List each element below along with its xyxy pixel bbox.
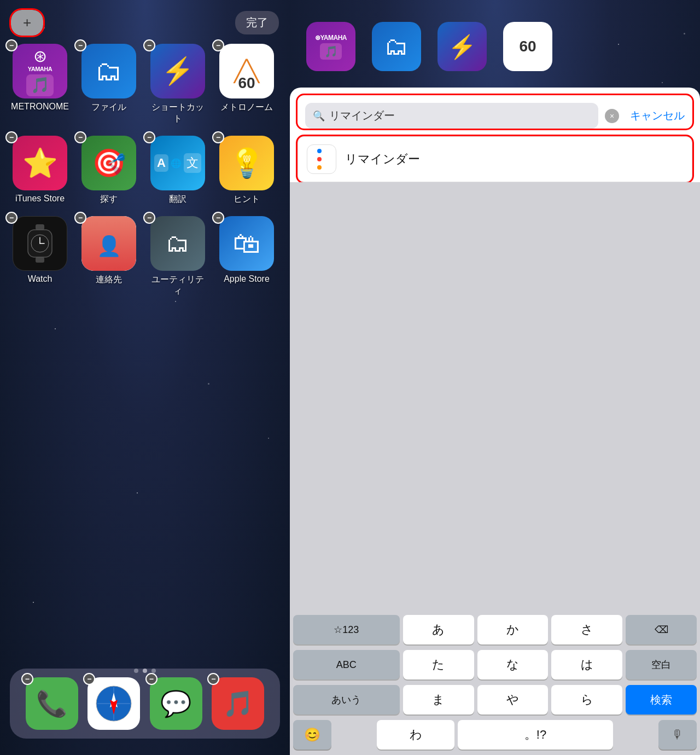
app-item-shortcuts[interactable]: − ⚡ ショートカット (148, 44, 208, 125)
search-result-reminders[interactable]: リマインダー (298, 136, 692, 182)
keyboard-row-3: あいう ま や ら 検索 (293, 685, 697, 715)
key-space[interactable]: 空白 (626, 650, 697, 680)
search-input-box[interactable]: 🔍 リマインダー (305, 103, 598, 129)
key-ta[interactable]: た (403, 650, 474, 680)
key-na[interactable]: な (477, 650, 549, 680)
cancel-button[interactable]: キャンセル (626, 103, 685, 129)
dock-icon-safari (88, 677, 140, 730)
left-panel: + 完了 − ⊛ YAMAHA 🎵 METRONOME − 🗂 (0, 0, 290, 755)
app-icon-hint: 💡 (219, 136, 274, 190)
remove-badge[interactable]: − (5, 212, 18, 224)
app-label-appstore: Apple Store (224, 274, 270, 284)
key-sa[interactable]: さ (551, 615, 622, 644)
app-item-watch[interactable]: − Watch (10, 216, 70, 297)
remove-badge[interactable]: − (74, 39, 86, 51)
app-icon-contacts: 👤 (81, 216, 136, 271)
key-a[interactable]: あ (403, 615, 474, 644)
gray-area (290, 182, 700, 609)
dock: − 📞 − − 💬 − 🎵 (10, 669, 280, 739)
key-ra[interactable]: ら (551, 685, 622, 715)
app-label-hint: ヒント (234, 194, 260, 205)
app-label-contacts: 連絡先 (96, 274, 122, 286)
result-icon-reminders (307, 144, 336, 174)
app-item-metronome2[interactable]: − ╱╲ 60 メトロノーム (217, 44, 277, 125)
dock-item-phone[interactable]: − 📞 (26, 677, 78, 730)
app-item-appstore[interactable]: − 🛍 Apple Store (217, 216, 277, 297)
key-ya[interactable]: や (477, 685, 549, 715)
key-backspace[interactable]: ⌫ (626, 615, 697, 644)
app-label-shortcuts: ショートカット (148, 102, 208, 125)
result-label-reminders: リマインダー (345, 151, 420, 167)
app-label-translate: 翻訳 (169, 194, 186, 205)
remove-badge[interactable]: − (74, 131, 86, 143)
remove-badge[interactable]: − (212, 39, 224, 51)
clear-button[interactable]: × (605, 109, 619, 123)
done-button[interactable]: 完了 (235, 11, 279, 34)
app-icon-yamaha: ⊛ YAMAHA 🎵 (13, 44, 67, 98)
keyboard[interactable]: ☆123 あ か さ ⌫ ABC た な は 空白 あいう ま (290, 609, 700, 755)
key-search[interactable]: 検索 (626, 685, 697, 715)
remove-badge[interactable]: − (145, 673, 158, 685)
app-icon-shortcuts: ⚡ (150, 44, 205, 98)
search-value: リマインダー (329, 108, 395, 123)
svg-rect-1 (36, 257, 44, 263)
app-item-translate[interactable]: − A 🌐 文 翻訳 (148, 136, 208, 205)
app-item-files[interactable]: − 🗂 ファイル (79, 44, 139, 125)
top-bar: + 完了 (0, 10, 290, 36)
key-aiう[interactable]: あいう (293, 685, 400, 715)
right-content: ⊛YAMAHA 🎵 🗂 ⚡ 60 🔍 リマイ (290, 0, 700, 755)
app-icon-metronome: ╱╲ 60 (219, 44, 274, 98)
right-app-metronome: 60 (503, 22, 552, 71)
remove-badge[interactable]: − (212, 131, 224, 143)
remove-badge[interactable]: − (143, 39, 155, 51)
key-punctuation[interactable]: 。!? (458, 720, 613, 750)
key-wa[interactable]: わ (377, 720, 454, 750)
search-icon: 🔍 (313, 110, 325, 122)
app-item-metronome[interactable]: − ⊛ YAMAHA 🎵 METRONOME (10, 44, 70, 125)
app-label-find: 探す (100, 194, 118, 205)
keyboard-row-2: ABC た な は 空白 (293, 650, 697, 680)
key-ka[interactable]: か (477, 615, 549, 644)
app-icon-itunes: ⭐ (13, 136, 67, 190)
key-emoji[interactable]: 😊 (293, 720, 331, 750)
key-ha[interactable]: は (551, 650, 622, 680)
right-app-files: 🗂 (372, 22, 421, 71)
dock-icon-phone: 📞 (26, 677, 78, 730)
app-icon-appstore: 🛍 (219, 216, 274, 271)
app-icon-files: 🗂 (81, 44, 136, 98)
dock-icon-messages: 💬 (150, 677, 202, 730)
app-icon-translate: A 🌐 文 (150, 136, 205, 190)
app-item-hint[interactable]: − 💡 ヒント (217, 136, 277, 205)
keyboard-row-1: ☆123 あ か さ ⌫ (293, 615, 697, 644)
remove-badge[interactable]: − (5, 39, 18, 51)
app-label-utilities: ユーティリティ (148, 274, 208, 297)
dock-item-safari[interactable]: − (88, 677, 140, 730)
key-mic[interactable]: 🎙 (658, 720, 697, 750)
right-top-apps: ⊛YAMAHA 🎵 🗂 ⚡ 60 (290, 0, 700, 82)
app-item-contacts[interactable]: − 👤 連絡先 (79, 216, 139, 297)
add-widget-button[interactable]: + (11, 10, 43, 36)
right-app-yamaha: ⊛YAMAHA 🎵 (306, 22, 355, 71)
key-abc[interactable]: ABC (293, 650, 400, 680)
dock-item-music[interactable]: − 🎵 (212, 677, 264, 730)
app-label-metronome: METRONOME (11, 102, 69, 112)
app-icon-utilities: 🗂 (150, 216, 205, 271)
key-ma[interactable]: ま (403, 685, 474, 715)
key-star123[interactable]: ☆123 (293, 615, 400, 644)
remove-badge[interactable]: − (21, 673, 33, 685)
remove-badge[interactable]: − (143, 212, 155, 224)
app-icon-watch (13, 216, 67, 271)
app-label-files: ファイル (91, 102, 126, 113)
dock-item-messages[interactable]: − 💬 (150, 677, 202, 730)
remove-badge[interactable]: − (212, 212, 224, 224)
app-item-itunes[interactable]: − ⭐ iTunes Store (10, 136, 70, 205)
app-item-utilities[interactable]: − 🗂 ユーティリティ (148, 216, 208, 297)
keyboard-row-4: 😊 わ 。!? 🎙 (293, 720, 697, 750)
remove-badge[interactable]: − (5, 131, 18, 143)
dock-icon-music: 🎵 (212, 677, 264, 730)
remove-badge[interactable]: − (74, 212, 86, 224)
remove-badge[interactable]: − (143, 131, 155, 143)
app-label-itunes: iTunes Store (15, 194, 65, 204)
svg-rect-0 (36, 224, 44, 230)
app-item-find[interactable]: − 🎯 探す (79, 136, 139, 205)
